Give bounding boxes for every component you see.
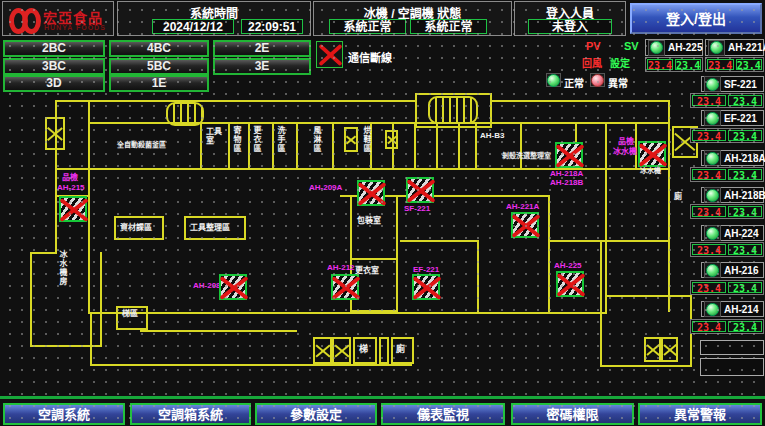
- nav-button-ahu-system[interactable]: 空調箱系統: [130, 403, 251, 425]
- floor-button-4bc[interactable]: 4BC: [109, 40, 209, 57]
- equipment-label: 冰水機: [613, 147, 637, 156]
- unit-ah-224[interactable]: AH-224: [701, 225, 764, 241]
- wall: [332, 122, 334, 168]
- sv-value: 23.4: [728, 130, 762, 141]
- unit-ah-221a[interactable]: AH-221A: [705, 39, 764, 56]
- alarm-equipment-icon[interactable]: [412, 274, 440, 300]
- unit-led-icon: [704, 225, 721, 241]
- unit-ah-214[interactable]: AH-214: [701, 301, 764, 317]
- wall: [30, 252, 57, 254]
- elevator-icon: [332, 337, 351, 364]
- floor-button-2e[interactable]: 2E: [213, 40, 311, 57]
- nav-button-parameters[interactable]: 參數設定: [255, 403, 377, 425]
- equipment-label: 品檢: [62, 173, 78, 182]
- nav-button-meters[interactable]: 儀表監視: [381, 403, 505, 425]
- wall: [605, 295, 690, 297]
- wall: [200, 122, 202, 168]
- normal-label: 正常: [564, 75, 584, 90]
- wall: [548, 195, 550, 312]
- pv-name-label: 回風: [582, 55, 602, 70]
- floor-button-3bc[interactable]: 3BC: [3, 58, 105, 75]
- alarm-equipment-icon[interactable]: [556, 271, 584, 297]
- unit-values: 23.4 23.4: [645, 57, 703, 72]
- unit-sf-221[interactable]: SF-221: [701, 76, 764, 92]
- wall: [600, 240, 602, 365]
- floor-button-3e[interactable]: 3E: [213, 58, 311, 75]
- room-label: 資材課區: [120, 223, 152, 232]
- unit-name: AH-224: [724, 228, 758, 239]
- unit-ah-216[interactable]: AH-216: [701, 262, 764, 278]
- unit-led-icon: [704, 110, 721, 126]
- floor-button-5bc[interactable]: 5BC: [109, 58, 209, 75]
- floor-button-3d[interactable]: 3D: [3, 75, 105, 92]
- shaft-x-icon: [45, 117, 65, 150]
- wall: [477, 240, 479, 312]
- nav-button-hvac-system[interactable]: 空調系統: [3, 403, 125, 425]
- stairs-icon: [428, 96, 478, 124]
- pv-label: PV: [586, 40, 601, 52]
- room-label: 工具室: [206, 127, 226, 145]
- alarm-equipment-icon[interactable]: [219, 274, 247, 300]
- nav-button-password[interactable]: 密碼權限: [511, 403, 634, 425]
- empty-slot: [700, 358, 764, 376]
- equipment-label: AH-225: [554, 261, 582, 270]
- alarm-equipment-icon[interactable]: [511, 212, 539, 238]
- room-label: 包裝室: [357, 216, 381, 225]
- pv-value: 23.4: [692, 169, 726, 180]
- wall: [90, 364, 412, 366]
- sv-value: 23.4: [728, 206, 762, 217]
- wall: [668, 100, 670, 312]
- pv-value: 23.4: [692, 321, 726, 332]
- unit-ah-218b[interactable]: AH-218B: [701, 187, 764, 203]
- alarm-equipment-icon[interactable]: [555, 142, 583, 168]
- system-date-value: 2024/12/12: [152, 19, 234, 34]
- abnormal-led-icon: [590, 73, 605, 87]
- floor-button-2bc[interactable]: 2BC: [3, 40, 105, 57]
- room-label: 洗手區: [276, 126, 285, 168]
- alarm-equipment-icon[interactable]: [331, 274, 359, 300]
- wall: [100, 252, 102, 345]
- wall: [350, 258, 398, 260]
- wall: [296, 122, 298, 168]
- login-logout-button[interactable]: 登入/登出: [630, 3, 762, 34]
- wall: [548, 240, 607, 242]
- wall: [88, 100, 90, 312]
- unit-values: 23.4 23.4: [705, 57, 764, 72]
- alarm-equipment-icon[interactable]: [357, 180, 385, 206]
- unit-ah-225[interactable]: AH-225: [645, 39, 703, 56]
- brand-subtitle: HUNYA FOODS: [44, 24, 106, 31]
- pv-value: 23.4: [647, 59, 673, 70]
- wall: [600, 365, 692, 367]
- room-label: 工具整理區: [190, 223, 230, 232]
- sv-label: SV: [624, 40, 639, 52]
- room-label: 梯: [359, 345, 368, 354]
- room-label: 烘鞋區: [362, 126, 371, 168]
- normal-led-icon: [546, 73, 561, 87]
- alarm-equipment-icon[interactable]: [638, 141, 666, 167]
- alarm-equipment-icon[interactable]: [59, 196, 87, 222]
- equipment-label: EF-221: [413, 265, 439, 274]
- room-label: 廁: [674, 192, 682, 201]
- unit-led-icon: [704, 76, 721, 92]
- room-label: 剝殼洗選整理室: [502, 151, 551, 160]
- unit-name: AH-214: [724, 304, 758, 315]
- wall: [248, 122, 250, 168]
- unit-ah-218a[interactable]: AH-218A: [701, 150, 764, 166]
- stairs-icon: [166, 102, 204, 126]
- pv-value: 23.4: [692, 244, 726, 255]
- wall: [379, 337, 389, 364]
- equipment-label: AH-212: [327, 263, 355, 272]
- pv-value: 23.4: [692, 206, 726, 217]
- floor-button-1e[interactable]: 1E: [109, 75, 209, 92]
- wall: [475, 122, 477, 168]
- nav-button-alarms[interactable]: 異常警報: [638, 403, 762, 425]
- comm-loss-icon: [316, 41, 343, 68]
- room-label: 冰水機: [640, 166, 661, 175]
- brand-logo-icon: [7, 5, 41, 35]
- unit-values: 23.4 23.4: [690, 319, 764, 334]
- unit-led-icon: [704, 262, 721, 278]
- alarm-equipment-icon[interactable]: [406, 177, 434, 203]
- wall: [88, 312, 607, 314]
- unit-ef-221[interactable]: EF-221: [701, 110, 764, 126]
- wall: [492, 100, 670, 102]
